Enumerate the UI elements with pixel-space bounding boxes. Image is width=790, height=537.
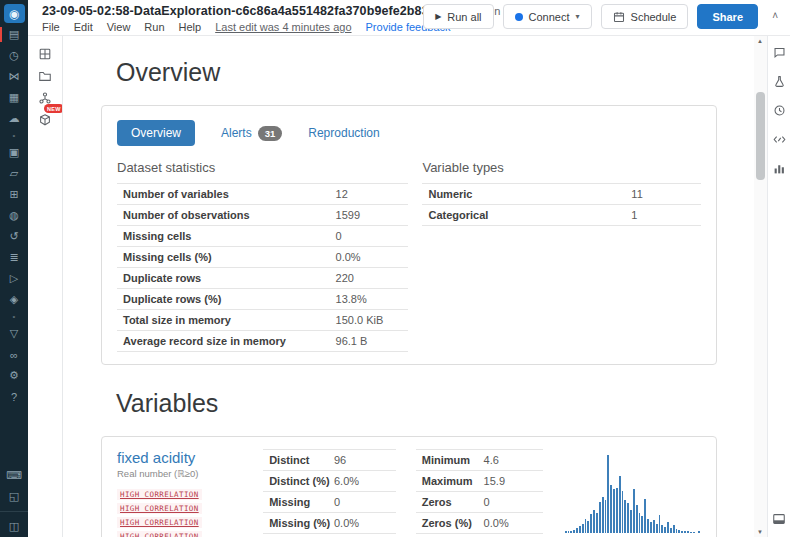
keyboard-icon[interactable]: ⌨ (0, 465, 28, 486)
variable-name-link[interactable]: fixed acidity (117, 449, 255, 466)
tab-reproduction[interactable]: Reproduction (308, 126, 379, 140)
histogram-bar (599, 502, 601, 533)
stat-value: 15.9 (484, 475, 541, 487)
stat-label: Average record size in memory (123, 335, 336, 347)
menu-edit[interactable]: Edit (74, 21, 93, 33)
histogram-bar (684, 531, 686, 533)
scroll-up-arrow[interactable]: ▲ (757, 38, 763, 44)
tab-overview[interactable]: Overview (117, 120, 195, 146)
history-icon[interactable]: ↺ (0, 226, 28, 247)
histogram-bar (590, 514, 592, 534)
cube-icon[interactable]: NEW (33, 110, 57, 130)
table-row: Zeros (%)0.0% (416, 512, 543, 533)
connect-button[interactable]: Connect ▾ (503, 4, 592, 29)
histogram-bar (565, 531, 567, 533)
histogram-bar (605, 500, 607, 533)
share-button[interactable]: Share (697, 4, 758, 29)
scroll-down-arrow[interactable]: ▼ (757, 529, 763, 535)
histogram-bar (698, 531, 700, 533)
tab-alerts[interactable]: Alerts 31 (221, 126, 282, 141)
table-row: Missing0 (263, 491, 396, 512)
histogram-bar (576, 528, 578, 533)
collapse-header-icon[interactable]: ˄ (772, 10, 778, 21)
histogram-bar (585, 519, 587, 533)
list-icon[interactable]: ≣ (0, 247, 28, 268)
table-row: Infinite0 (263, 533, 396, 537)
file-icon[interactable]: ▱ (0, 163, 28, 184)
menu-view[interactable]: View (107, 21, 131, 33)
help-icon[interactable]: ? (0, 386, 28, 407)
histogram-bar (681, 531, 683, 533)
table-row: Minimum4.6 (416, 449, 543, 470)
histogram-bar (587, 521, 589, 533)
grid-icon[interactable] (33, 44, 57, 64)
histogram-bar (678, 530, 680, 533)
histogram-bar (644, 499, 646, 533)
clock-icon[interactable]: ◷ (0, 45, 28, 66)
link-icon[interactable]: ∞ (0, 344, 28, 365)
histogram-bar (573, 530, 575, 533)
high-correlation-badge[interactable]: HIGH CORRELATION (117, 531, 202, 537)
scrollbar-thumb[interactable] (756, 92, 765, 180)
expand-icon[interactable]: ◱ (0, 486, 28, 507)
run-all-button[interactable]: ▶ Run all (423, 4, 493, 29)
stat-value: 96.1 B (336, 335, 407, 347)
stat-label: Zeros (%) (422, 517, 484, 529)
alerts-count-badge: 31 (258, 126, 283, 141)
folder-icon[interactable] (33, 66, 57, 86)
record-icon[interactable]: ◉ (0, 3, 28, 24)
histogram-bar (661, 525, 663, 533)
panel-toggle-icon[interactable]: ◫ (0, 516, 28, 537)
histogram-bar (636, 505, 638, 533)
bell-icon[interactable]: ◍ (0, 205, 28, 226)
stat-value: 1 (631, 209, 699, 221)
high-correlation-badge[interactable]: HIGH CORRELATION (117, 517, 202, 528)
histogram-bar (568, 531, 570, 533)
histogram-bar (667, 522, 669, 533)
high-correlation-badge[interactable]: HIGH CORRELATION (117, 489, 202, 500)
settings-icon[interactable]: ⚙ (0, 365, 28, 386)
schedule-button[interactable]: Schedule (601, 4, 689, 29)
right-sidebar (767, 36, 790, 537)
last-edit-link[interactable]: Last edit was 4 minutes ago (215, 21, 351, 33)
histogram-bar (627, 503, 629, 533)
notebook-icon[interactable]: ▤ (0, 24, 28, 45)
histogram-bar (659, 515, 661, 533)
menu-run[interactable]: Run (144, 21, 164, 33)
grid-icon[interactable]: ⊞ (0, 184, 28, 205)
tag-icon[interactable]: ◈ (0, 289, 28, 310)
high-correlation-badge[interactable]: HIGH CORRELATION (117, 503, 202, 514)
stat-label: Number of observations (123, 209, 336, 221)
histogram-bar (610, 485, 612, 533)
play-icon: ▶ (435, 12, 441, 21)
bar-chart-icon[interactable] (771, 160, 787, 176)
flask-icon[interactable] (771, 73, 787, 89)
video-icon[interactable]: ▷ (0, 268, 28, 289)
bottom-panel-icon[interactable] (771, 511, 787, 527)
stat-label: Missing cells (%) (123, 251, 336, 263)
stat-value: 0.0% (484, 517, 541, 529)
history-icon[interactable] (771, 102, 787, 118)
stat-value: 0 (484, 496, 541, 508)
active-indicator (0, 27, 2, 42)
histogram-bar (650, 522, 652, 533)
stat-label: Maximum (422, 475, 484, 487)
histogram-bar (693, 532, 695, 533)
stat-value: 0 (336, 230, 407, 242)
variables-heading: Variables (116, 389, 735, 418)
menu-help[interactable]: Help (179, 21, 202, 33)
menu-file[interactable]: File (42, 21, 60, 33)
layers-icon[interactable]: ▦ (0, 87, 28, 108)
comments-icon[interactable] (771, 44, 787, 60)
image-icon[interactable]: ▣ (0, 142, 28, 163)
histogram-bar (570, 531, 572, 533)
stat-label: Missing cells (123, 230, 336, 242)
flask-icon[interactable]: ▽ (0, 323, 28, 344)
pipeline-icon[interactable]: ⋈ (0, 66, 28, 87)
cloud-icon[interactable]: ☁ (0, 108, 28, 129)
stat-label: Missing (%) (269, 517, 334, 529)
code-icon[interactable] (771, 131, 787, 147)
stat-value: 96 (334, 454, 394, 466)
vertical-scrollbar[interactable]: ▲ ▼ (754, 36, 767, 537)
overview-card: Overview Alerts 31 Reproduction Dataset … (101, 105, 717, 365)
